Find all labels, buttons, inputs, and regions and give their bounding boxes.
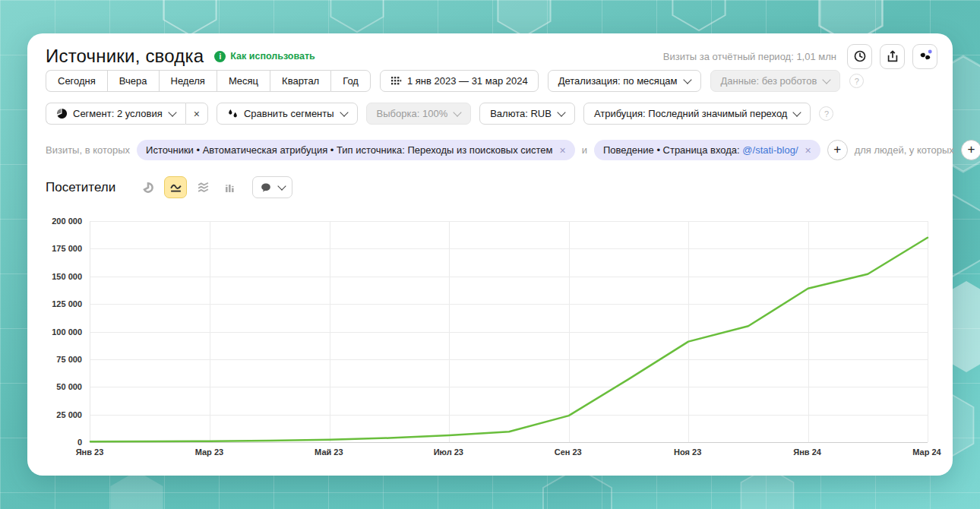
x-axis-label: Май 23: [315, 447, 343, 457]
x-axis-label: Мар 24: [912, 447, 940, 457]
how-to-use-label: Как использовать: [230, 51, 315, 62]
x-axis-label: Сен 23: [555, 447, 582, 457]
y-axis-label: 75 000: [27, 355, 82, 364]
data-mode-dropdown[interactable]: Данные: без роботов: [710, 70, 841, 92]
ai-assistant-button[interactable]: [912, 44, 937, 69]
period-tab-6[interactable]: Год: [330, 70, 371, 92]
visitors-line-chart: 025 00050 00075 000100 000125 000150 000…: [27, 221, 953, 472]
and-label: и: [582, 144, 587, 156]
period-tab-1[interactable]: Сегодня: [46, 70, 107, 92]
period-filter-row: СегодняВчераНеделяМесяцКварталГод 1 янв …: [46, 70, 864, 92]
entry-page-link[interactable]: @/stati-blog/: [742, 144, 798, 156]
chevron-down-icon: [168, 108, 176, 116]
period-tabs-group: СегодняВчераНеделяМесяцКварталГод: [46, 70, 371, 92]
visits-conditions-prefix: Визиты, в которых: [46, 144, 130, 156]
bar-chart-icon: [224, 182, 236, 194]
history-button[interactable]: [847, 44, 872, 69]
y-axis-label: 125 000: [27, 299, 82, 308]
period-tab-2[interactable]: Вчера: [107, 70, 159, 92]
visits-period-summary: Визиты за отчётный период: 1,01 млн: [663, 51, 836, 62]
people-conditions-label: для людей, у которых: [855, 144, 954, 156]
period-tab-4[interactable]: Месяц: [217, 70, 270, 92]
info-icon: i: [214, 51, 226, 62]
sampling-dropdown[interactable]: Выборка: 100%: [366, 103, 472, 125]
segment-conditions-row: Визиты, в которых Источники • Автоматиче…: [46, 140, 980, 160]
pie-chart-icon: [142, 182, 154, 194]
clock-icon: [853, 49, 867, 63]
chart-title: Посетители: [46, 180, 115, 195]
comment-icon: [260, 182, 272, 194]
y-axis-label: 50 000: [27, 382, 82, 391]
help-icon[interactable]: ?: [819, 106, 833, 121]
condition-chip-text: Источники • Автоматическая атрибуция • Т…: [146, 144, 552, 156]
currency-dropdown[interactable]: Валюта: RUB: [479, 103, 575, 125]
x-axis-label: Мар 23: [195, 447, 223, 457]
detalization-label: Детализация: по месяцам: [558, 75, 678, 87]
add-visit-condition-button[interactable]: +: [827, 140, 848, 160]
help-icon[interactable]: ?: [849, 74, 864, 88]
report-header: Источники, сводка i Как использовать Виз…: [46, 43, 937, 70]
currency-label: Валюта: RUB: [490, 108, 552, 119]
segment-filter-row: Сегмент: 2 условия × Сравнить сегменты В…: [46, 103, 833, 125]
chevron-down-icon: [823, 75, 831, 84]
period-tab-5[interactable]: Квартал: [270, 70, 330, 92]
add-people-condition-button[interactable]: +: [961, 140, 980, 160]
y-axis-label: 150 000: [27, 272, 82, 281]
sampling-label: Выборка: 100%: [377, 108, 448, 119]
stacked-area-type-button[interactable]: [191, 176, 214, 198]
page-title: Источники, сводка: [46, 46, 204, 67]
gridline-vertical: [928, 221, 928, 442]
pie-chart-type-button[interactable]: [137, 176, 160, 198]
close-icon[interactable]: ×: [805, 145, 811, 156]
compare-segments-dropdown[interactable]: Сравнить сегменты: [217, 103, 358, 125]
attribution-dropdown[interactable]: Атрибуция: Последний значимый переход: [583, 103, 811, 125]
segment-pie-icon: [56, 108, 68, 119]
y-axis-label: 200 000: [27, 217, 82, 226]
close-icon[interactable]: ×: [560, 145, 566, 156]
x-axis-label: Ноя 23: [674, 447, 701, 457]
export-button[interactable]: [880, 44, 905, 69]
period-tab-3[interactable]: Неделя: [159, 70, 217, 92]
chevron-down-icon: [278, 182, 286, 190]
x-axis-label: Янв 24: [793, 447, 821, 457]
chevron-down-icon: [340, 108, 348, 116]
data-mode-label: Данные: без роботов: [721, 75, 817, 87]
y-axis-label: 100 000: [27, 327, 82, 337]
line-chart-icon: [169, 181, 182, 194]
how-to-use-link[interactable]: i Как использовать: [214, 51, 315, 62]
segment-dropdown[interactable]: Сегмент: 2 условия: [46, 103, 185, 125]
date-range-button[interactable]: 1 янв 2023 — 31 мар 2024: [380, 70, 539, 92]
report-card: Источники, сводка i Как использовать Виз…: [27, 33, 953, 476]
condition-chip-text: Поведение • Страница входа: @/stati-blog…: [603, 144, 798, 156]
ai-assistant-icon: [918, 49, 933, 64]
chevron-down-icon: [454, 108, 462, 116]
segment-split-button: Сегмент: 2 условия ×: [46, 103, 208, 125]
y-axis-label: 25 000: [27, 410, 82, 419]
chevron-down-icon: [793, 108, 801, 116]
x-axis-label: Июл 23: [434, 447, 463, 457]
chevron-down-icon: [683, 75, 691, 84]
chart-toolbar: Посетители: [46, 176, 292, 198]
x-axis-label: Янв 23: [76, 447, 104, 457]
header-actions: Визиты за отчётный период: 1,01 млн: [663, 44, 937, 69]
y-axis-label: 0: [27, 438, 82, 447]
line-chart-type-button[interactable]: [164, 176, 187, 198]
visitors-line-series: [90, 238, 928, 442]
condition-chip-sources[interactable]: Источники • Автоматическая атрибуция • Т…: [137, 140, 575, 160]
chevron-down-icon: [557, 108, 565, 116]
compare-segments-label: Сравнить сегменты: [244, 108, 334, 119]
segment-label: Сегмент: 2 условия: [73, 108, 163, 119]
condition-chip-behavior[interactable]: Поведение • Страница входа: @/stati-blog…: [594, 140, 820, 160]
date-range-label: 1 янв 2023 — 31 мар 2024: [407, 75, 528, 87]
detalization-dropdown[interactable]: Детализация: по месяцам: [548, 70, 701, 92]
compare-drops-icon: [227, 108, 239, 119]
calendar-grid-icon: [390, 75, 402, 87]
bar-chart-type-button[interactable]: [219, 176, 242, 198]
chart-plot-area[interactable]: [90, 221, 928, 443]
segment-clear-button[interactable]: ×: [185, 103, 208, 125]
export-icon: [886, 49, 899, 63]
stacked-area-icon: [197, 181, 210, 194]
attribution-label: Атрибуция: Последний значимый переход: [594, 108, 788, 119]
annotations-dropdown[interactable]: [252, 176, 292, 198]
y-axis-label: 175 000: [27, 244, 82, 253]
